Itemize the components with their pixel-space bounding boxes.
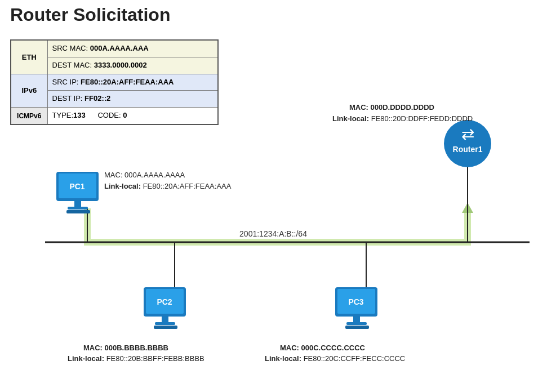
page-title: Router Solicitation	[10, 5, 170, 25]
router1-arrows: ⇄	[461, 126, 474, 143]
ipv6-layer-label: IPv6	[11, 74, 47, 108]
eth-dest-mac: DEST MAC: 3333.0000.0002	[47, 57, 218, 74]
eth-src-mac-val: 000A.AAAA.AAA	[90, 44, 149, 52]
pc3-keyboard	[345, 326, 369, 329]
pc2-mac-label: MAC: 000B.BBBB.BBBB	[83, 344, 168, 352]
pc2-base	[155, 322, 175, 325]
segment-label: 2001:1234:A:B::/64	[239, 229, 307, 238]
ipv6-dest-ip: DEST IP: FF02::2	[47, 91, 218, 108]
pc1-screen	[59, 173, 96, 198]
icmpv6-layer-label: ICMPv6	[11, 108, 47, 124]
router1-ll-label: Link-local: FE80::20D:DDFF:FEDD:DDDD	[332, 114, 473, 123]
pc1-label: PC1	[69, 182, 85, 191]
eth-layer-label: ETH	[11, 40, 47, 74]
eth-src-mac: SRC MAC: 000A.AAAA.AAA	[47, 40, 218, 57]
arrow-head	[462, 203, 473, 213]
pc3-base	[346, 322, 367, 325]
pc2-stand	[162, 317, 168, 322]
pc1-ll-label: Link-local: FE80::20A:AFF:FEAA:AAA	[104, 182, 232, 190]
pc1-keyboard	[66, 210, 90, 213]
router1-body	[444, 120, 491, 167]
pc1-mac-label: MAC: 000A.AAAA.AAAA	[104, 171, 185, 179]
solicitation-path	[87, 208, 468, 242]
packet-table: ETH SRC MAC: 000A.AAAA.AAA DEST MAC: 333…	[10, 39, 219, 125]
pc1-monitor	[56, 172, 99, 201]
pc2-ll-label: Link-local: FE80::20B:BBFF:FEBB:BBBB	[68, 354, 204, 363]
ipv6-src-ip: SRC IP: FE80::20A:AFF:FEAA:AAA	[47, 74, 218, 91]
icmpv6-fields: TYPE:133 CODE: 0	[47, 108, 218, 124]
pc3-monitor	[335, 287, 377, 317]
router1-mac-label: MAC: 000D.DDDD.DDDD	[349, 103, 434, 112]
pc3-stand	[353, 317, 360, 322]
pc3-label: PC3	[348, 297, 363, 306]
pc2-monitor	[144, 287, 186, 317]
pc3-ll-label: Link-local: FE80::20C:CCFF:FECC:CCCC	[265, 354, 405, 363]
eth-dest-mac-val: 3333.0000.0002	[94, 61, 147, 69]
ipv6-dest-ip-val: FF02::2	[85, 94, 110, 103]
ipv6-src-ip-val: FE80::20A:AFF:FEAA:AAA	[81, 78, 174, 86]
pc2-keyboard	[154, 326, 177, 329]
pc1-base	[68, 207, 88, 210]
pc3-screen	[337, 289, 375, 314]
pc3-mac-label: MAC: 000C.CCCC.CCCC	[280, 344, 366, 352]
pc2-screen	[146, 289, 184, 314]
pc2-label: PC2	[157, 297, 172, 306]
router1-label: Router1	[453, 145, 483, 154]
pc1-stand	[74, 201, 81, 207]
